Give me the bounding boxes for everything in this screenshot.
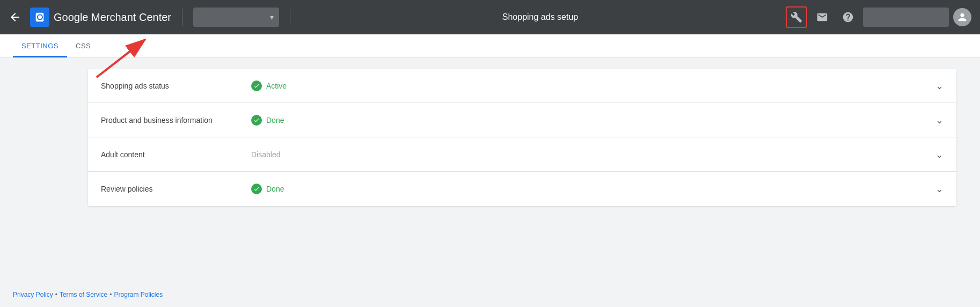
settings-card: Shopping ads status Active ⌄ Product and…: [88, 69, 956, 206]
row-label: Product and business information: [101, 116, 251, 125]
header: Google Merchant Center ▾ Shopping ads se…: [0, 0, 980, 34]
logo-text: Google Merchant Center: [54, 11, 171, 24]
chevron-down-icon: ▾: [270, 13, 274, 21]
status-text: Active: [266, 82, 287, 90]
footer-dot: •: [55, 291, 57, 298]
chevron-down-icon: ⌄: [935, 183, 944, 195]
tab-settings[interactable]: SETTINGS: [13, 34, 67, 57]
mail-button[interactable]: [811, 6, 833, 28]
row-value: Active: [251, 81, 935, 91]
status-icon-done: [251, 115, 262, 126]
header-tools: [786, 6, 971, 28]
search-right[interactable]: [863, 8, 949, 27]
footer-dot-2: •: [109, 291, 112, 298]
header-divider-2: [290, 9, 290, 26]
table-row[interactable]: Product and business information Done ⌄: [88, 103, 956, 137]
wrench-button[interactable]: [786, 6, 807, 28]
terms-of-service-link[interactable]: Terms of Service: [60, 291, 107, 298]
account-selector[interactable]: ▾: [193, 8, 279, 27]
header-divider: [182, 9, 182, 26]
program-policies-link[interactable]: Program Policies: [114, 291, 163, 298]
status-icon-done: [251, 184, 262, 194]
tabs-bar: SETTINGS CSS: [0, 34, 980, 58]
main-content: Shopping ads status Active ⌄ Product and…: [0, 58, 980, 217]
logo: Google Merchant Center: [30, 8, 171, 27]
chevron-down-icon: ⌄: [935, 149, 944, 160]
footer: Privacy Policy • Terms of Service • Prog…: [0, 282, 980, 307]
table-row[interactable]: Adult content Disabled ⌄: [88, 137, 956, 172]
row-value: Disabled: [251, 150, 935, 159]
chevron-down-icon: ⌄: [935, 80, 944, 92]
row-label: Review policies: [101, 185, 251, 193]
row-label: Shopping ads status: [101, 82, 251, 90]
logo-icon: [30, 8, 49, 27]
row-value: Done: [251, 184, 935, 194]
chevron-down-icon: ⌄: [935, 114, 944, 126]
avatar[interactable]: [953, 8, 971, 26]
page-title: Shopping ads setup: [301, 12, 779, 22]
back-button[interactable]: [9, 11, 21, 24]
status-icon-active: [251, 81, 262, 91]
status-text: Done: [266, 116, 284, 125]
row-value: Done: [251, 115, 935, 126]
tab-css[interactable]: CSS: [67, 34, 99, 57]
table-row[interactable]: Shopping ads status Active ⌄: [88, 69, 956, 103]
row-label: Adult content: [101, 150, 251, 159]
status-text: Done: [266, 185, 284, 193]
table-row[interactable]: Review policies Done ⌄: [88, 172, 956, 206]
help-button[interactable]: [837, 6, 859, 28]
status-text: Disabled: [251, 150, 280, 159]
privacy-policy-link[interactable]: Privacy Policy: [13, 291, 53, 298]
